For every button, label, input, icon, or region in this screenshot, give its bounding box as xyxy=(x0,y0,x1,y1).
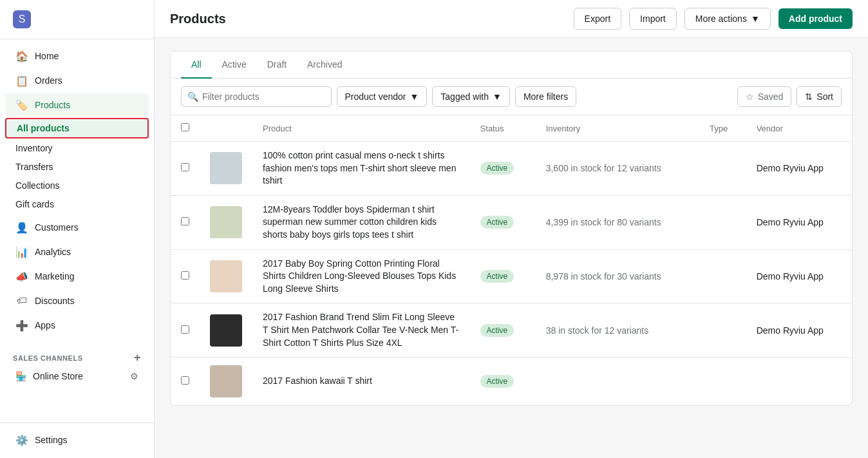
product-name-0[interactable]: 100% cotton print casual mens o-neck t s… xyxy=(252,142,470,196)
tagged-with-label: Tagged with xyxy=(440,91,489,102)
table-row[interactable]: 2017 Fashion kawaii T shirt Active xyxy=(171,358,852,406)
sidebar-item-analytics[interactable]: 📊 Analytics xyxy=(5,240,149,263)
sidebar-item-settings-label: Settings xyxy=(35,435,68,445)
sort-button[interactable]: ⇅ Sort xyxy=(797,86,842,107)
product-inventory-3: 38 in stock for 12 variants xyxy=(536,303,699,358)
search-input[interactable] xyxy=(181,86,332,107)
star-icon: ☆ xyxy=(746,91,754,102)
tab-archived[interactable]: Archived xyxy=(297,52,352,79)
tagged-with-filter[interactable]: Tagged with ▼ xyxy=(432,86,510,107)
table-row[interactable]: 2017 Baby Boy Spring Cotton Printing Flo… xyxy=(171,249,852,303)
add-product-button[interactable]: Add product xyxy=(778,8,853,29)
product-name-1[interactable]: 12M-8years Toddler boys Spiderman t shir… xyxy=(252,195,470,249)
table-row[interactable]: 100% cotton print casual mens o-neck t s… xyxy=(171,142,852,196)
product-checkbox-0[interactable] xyxy=(181,163,189,171)
main-nav: 🏠 Home 📋 Orders 🏷️ Products All products… xyxy=(0,39,154,343)
more-filters-label: More filters xyxy=(524,91,568,102)
product-vendor-3: Demo Ryviu App xyxy=(746,303,852,358)
sidebar-item-online-store[interactable]: 🏪 Online Store ⚙ xyxy=(5,367,149,385)
product-vendor-2: Demo Ryviu App xyxy=(746,249,852,303)
product-checkbox-3[interactable] xyxy=(181,325,189,334)
row-checkbox-1[interactable] xyxy=(171,195,200,249)
product-name-4[interactable]: 2017 Fashion kawaii T shirt xyxy=(252,358,470,406)
table-row[interactable]: 2017 Fashion Brand Trend Slim Fit Long S… xyxy=(171,303,852,358)
main-content: Products Export Import More actions ▼ Ad… xyxy=(155,0,868,458)
more-actions-chevron-icon: ▼ xyxy=(751,14,760,24)
tagged-chevron-icon: ▼ xyxy=(493,91,502,102)
sidebar-item-transfers[interactable]: Transfers xyxy=(5,158,149,176)
sidebar-item-marketing[interactable]: 📣 Marketing xyxy=(5,265,149,288)
tab-all[interactable]: All xyxy=(181,52,212,79)
select-all-checkbox[interactable] xyxy=(181,123,189,131)
sidebar-item-all-products[interactable]: All products xyxy=(5,118,149,138)
product-inventory-0: 3,600 in stock for 12 variants xyxy=(536,142,699,196)
sidebar-item-inventory[interactable]: Inventory xyxy=(5,139,149,157)
vendor-chevron-icon: ▼ xyxy=(410,91,419,102)
saved-label: Saved xyxy=(758,91,784,102)
marketing-icon: 📣 xyxy=(15,270,28,283)
sidebar-item-marketing-label: Marketing xyxy=(35,271,74,281)
logo-icon: S xyxy=(13,10,31,28)
product-checkbox-4[interactable] xyxy=(181,376,189,385)
product-vendor-4 xyxy=(746,358,852,406)
saved-button[interactable]: ☆ Saved xyxy=(737,86,792,107)
product-img-cell-4 xyxy=(200,358,252,406)
row-checkbox-4[interactable] xyxy=(171,358,200,406)
sort-label: Sort xyxy=(816,91,833,102)
product-name-3[interactable]: 2017 Fashion Brand Trend Slim Fit Long S… xyxy=(252,303,470,358)
sidebar-item-discounts[interactable]: 🏷 Discounts xyxy=(5,289,149,312)
sidebar-item-collections[interactable]: Collections xyxy=(5,177,149,195)
tabs-bar: All Active Draft Archived xyxy=(171,52,852,79)
product-status-3: Active xyxy=(470,303,536,358)
discounts-icon: 🏷 xyxy=(15,294,28,307)
product-vendor-filter[interactable]: Product vendor ▼ xyxy=(337,86,428,107)
orders-icon: 📋 xyxy=(15,74,28,87)
sidebar-item-home-label: Home xyxy=(35,51,59,61)
col-status: Status xyxy=(470,115,536,142)
tab-draft[interactable]: Draft xyxy=(257,52,297,79)
product-type-0 xyxy=(699,142,746,196)
product-vendor-label: Product vendor xyxy=(345,91,406,102)
sidebar-item-analytics-label: Analytics xyxy=(35,247,71,257)
products-subnav: All products Inventory Transfers Collect… xyxy=(0,118,154,213)
add-sales-channel-button[interactable]: + xyxy=(134,351,141,365)
row-checkbox-0[interactable] xyxy=(171,142,200,196)
sidebar-item-home[interactable]: 🏠 Home xyxy=(5,44,149,68)
more-filters-button[interactable]: More filters xyxy=(515,86,576,107)
sidebar-item-discounts-label: Discounts xyxy=(35,296,74,306)
row-checkbox-2[interactable] xyxy=(171,249,200,303)
sidebar-item-customers[interactable]: 👤 Customers xyxy=(5,216,149,239)
sidebar-item-settings[interactable]: ⚙️ Settings xyxy=(5,428,149,452)
more-actions-button[interactable]: More actions ▼ xyxy=(684,8,771,30)
product-type-2 xyxy=(699,249,746,303)
table-row[interactable]: 12M-8years Toddler boys Spiderman t shir… xyxy=(171,195,852,249)
sidebar-item-gift-cards[interactable]: Gift cards xyxy=(5,195,149,213)
search-icon: 🔍 xyxy=(187,91,198,102)
content-area: All Active Draft Archived 🔍 Product vend… xyxy=(155,38,868,458)
import-button[interactable]: Import xyxy=(629,8,677,30)
tab-active[interactable]: Active xyxy=(212,52,257,79)
top-bar-actions: Export Import More actions ▼ Add product xyxy=(574,8,853,30)
status-badge-2: Active xyxy=(480,270,514,283)
export-button[interactable]: Export xyxy=(574,8,621,30)
col-inventory: Inventory xyxy=(536,115,699,142)
online-store-settings-icon[interactable]: ⚙ xyxy=(130,371,138,381)
sidebar-item-orders-label: Orders xyxy=(35,75,62,86)
product-inventory-4 xyxy=(536,358,699,406)
sidebar-item-products[interactable]: 🏷️ Products xyxy=(5,93,149,117)
online-store-icon: 🏪 xyxy=(15,371,26,381)
sidebar: S 🏠 Home 📋 Orders 🏷️ Products All produc… xyxy=(0,0,155,458)
sidebar-item-products-label: Products xyxy=(35,100,70,110)
sidebar-item-apps[interactable]: ➕ Apps xyxy=(5,314,149,337)
sidebar-item-orders[interactable]: 📋 Orders xyxy=(5,69,149,92)
product-name-2[interactable]: 2017 Baby Boy Spring Cotton Printing Flo… xyxy=(252,249,470,303)
sort-icon: ⇅ xyxy=(805,91,813,102)
row-checkbox-3[interactable] xyxy=(171,303,200,358)
col-type: Type xyxy=(699,115,746,142)
product-status-0: Active xyxy=(470,142,536,196)
product-type-4 xyxy=(699,358,746,406)
product-checkbox-2[interactable] xyxy=(181,271,189,280)
search-wrapper: 🔍 xyxy=(181,86,332,107)
page-title: Products xyxy=(170,12,226,26)
product-checkbox-1[interactable] xyxy=(181,217,189,225)
